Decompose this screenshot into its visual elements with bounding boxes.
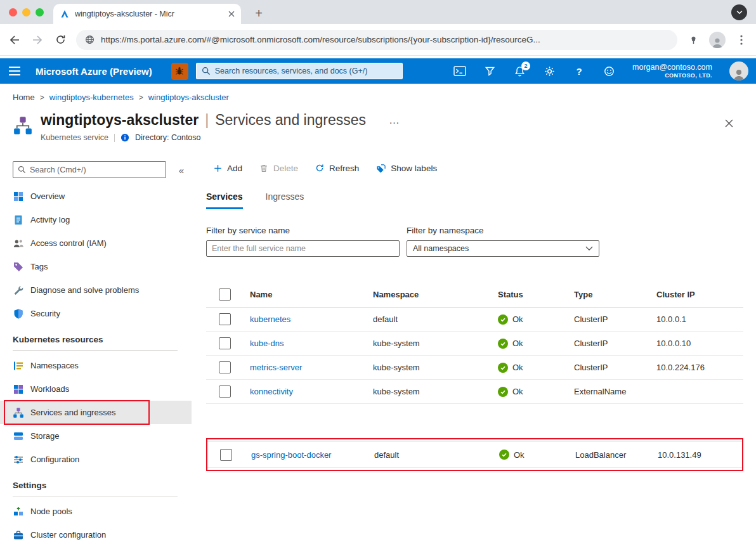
- service-link[interactable]: kube-dns: [250, 339, 373, 348]
- forward-icon[interactable]: [30, 33, 44, 47]
- cell-namespace: default: [373, 314, 498, 324]
- global-search-input[interactable]: [215, 67, 397, 75]
- pivot-tabs: Services Ingresses: [206, 191, 743, 209]
- address-bar[interactable]: https://ms.portal.azure.com/#@microsoft.…: [76, 30, 677, 50]
- column-header-type[interactable]: Type: [574, 290, 656, 299]
- sidebar-item-workloads[interactable]: Workloads: [0, 377, 192, 401]
- cell-namespace: default: [374, 450, 499, 460]
- sidebar-search-box[interactable]: [13, 161, 166, 178]
- window-minimize-button[interactable]: [22, 8, 30, 16]
- cell-cluster-ip: 10.0.224.176: [656, 363, 743, 372]
- cloud-shell-icon[interactable]: [453, 65, 466, 77]
- command-bar: Add Delete Refresh Show labels: [206, 155, 743, 176]
- global-search-box[interactable]: [196, 63, 403, 79]
- close-blade-icon[interactable]: [722, 117, 736, 130]
- more-commands-button[interactable]: …: [389, 114, 401, 127]
- service-name-filter-input[interactable]: [206, 240, 400, 257]
- cell-status: Ok: [512, 363, 523, 372]
- sidebar-item-storage[interactable]: Storage: [0, 424, 192, 448]
- status-ok-icon: [498, 339, 508, 349]
- column-header-name[interactable]: Name: [250, 290, 373, 299]
- notifications-bell-icon[interactable]: 2: [513, 65, 526, 77]
- delete-button[interactable]: Delete: [259, 164, 298, 173]
- sidebar-item-cluster-configuration[interactable]: Cluster configuration: [0, 523, 192, 544]
- browser-profile-avatar[interactable]: [709, 32, 726, 48]
- row-checkbox[interactable]: [219, 337, 231, 349]
- directory-label: Directory: Contoso: [135, 133, 201, 142]
- cell-cluster-ip: 10.0.131.49: [658, 450, 742, 460]
- tab-search-chevron-icon[interactable]: [731, 4, 747, 20]
- breadcrumb-akscluster[interactable]: wingtiptoys-akscluster: [148, 93, 229, 102]
- back-icon[interactable]: [8, 33, 22, 47]
- blade-content: Add Delete Refresh Show labels Services …: [206, 155, 743, 544]
- sidebar-section-settings: Settings: [13, 471, 178, 496]
- row-checkbox[interactable]: [219, 361, 231, 373]
- browser-menu-kebab-icon[interactable]: [734, 33, 748, 47]
- feedback-smiley-icon[interactable]: [603, 65, 615, 77]
- show-labels-button[interactable]: Show labels: [376, 164, 437, 173]
- sidebar-item-label: Overview: [30, 191, 65, 201]
- settings-gear-icon[interactable]: [543, 65, 556, 77]
- cell-cluster-ip: 10.0.0.10: [656, 339, 743, 348]
- services-table: Name Namespace Status Type Cluster IP ku…: [206, 282, 743, 471]
- sidebar-item-diagnose[interactable]: Diagnose and solve problems: [0, 278, 192, 302]
- hamburger-menu-icon[interactable]: [9, 67, 20, 75]
- sidebar-item-overview[interactable]: Overview: [0, 185, 192, 208]
- chevron-down-icon: [585, 246, 593, 251]
- service-link[interactable]: konnectivity: [250, 387, 373, 396]
- breadcrumb-separator: >: [40, 93, 44, 102]
- add-button[interactable]: Add: [214, 164, 242, 173]
- sidebar-item-access-control[interactable]: Access control (IAM): [0, 231, 192, 255]
- select-all-checkbox[interactable]: [219, 288, 231, 301]
- namespace-dropdown[interactable]: All namespaces: [407, 240, 599, 257]
- tab-ingresses[interactable]: Ingresses: [266, 191, 304, 209]
- pin-icon[interactable]: [686, 33, 700, 47]
- column-header-namespace[interactable]: Namespace: [373, 290, 498, 299]
- sidebar-section-kubernetes-resources: Kubernetes resources: [13, 325, 178, 351]
- filter-namespace-label: Filter by namespace: [407, 226, 599, 235]
- azure-portal-title[interactable]: Microsoft Azure (Preview): [36, 66, 152, 77]
- window-zoom-button[interactable]: [36, 8, 44, 16]
- sidebar-item-tags[interactable]: Tags: [0, 255, 192, 278]
- namespace-dropdown-value: All namespaces: [413, 244, 469, 253]
- breadcrumb-separator: >: [139, 93, 143, 102]
- breadcrumb-kubernetes[interactable]: wingtiptoys-kubernetes: [49, 93, 134, 102]
- directory-filter-icon[interactable]: [483, 65, 496, 77]
- column-header-cluster-ip[interactable]: Cluster IP: [656, 290, 743, 299]
- column-header-status[interactable]: Status: [498, 290, 574, 299]
- node-pools-icon: [13, 506, 24, 517]
- help-icon[interactable]: ?: [573, 65, 585, 77]
- tab-services[interactable]: Services: [206, 191, 243, 209]
- sidebar-search-input[interactable]: [30, 165, 161, 174]
- service-link[interactable]: gs-spring-boot-docker: [251, 450, 374, 460]
- user-avatar[interactable]: [729, 62, 748, 81]
- sidebar-item-activity-log[interactable]: Activity log: [0, 208, 192, 231]
- tab-close-icon[interactable]: [228, 11, 235, 17]
- table-row: kube-dns kube-system Ok ClusterIP 10.0.0…: [206, 332, 743, 356]
- row-checkbox[interactable]: [219, 313, 231, 325]
- new-tab-button[interactable]: +: [250, 4, 268, 22]
- window-close-button[interactable]: [9, 8, 17, 16]
- sidebar-collapse-icon[interactable]: «: [179, 165, 184, 176]
- browser-tab[interactable]: wingtiptoys-akscluster - Micr: [53, 4, 241, 24]
- reload-icon[interactable]: [53, 33, 67, 47]
- sidebar-item-node-pools[interactable]: Node pools: [0, 500, 192, 523]
- sidebar-item-security[interactable]: Security: [0, 302, 192, 325]
- sidebar-item-services-and-ingresses[interactable]: Services and ingresses: [0, 401, 192, 424]
- sidebar-item-label: Access control (IAM): [30, 238, 107, 248]
- refresh-button[interactable]: Refresh: [315, 164, 359, 173]
- service-link[interactable]: kubernetes: [250, 314, 373, 324]
- account-menu[interactable]: morgan@contoso.com CONTOSO, LTD.: [632, 63, 712, 80]
- status-ok-icon: [498, 387, 508, 397]
- info-icon: [121, 133, 129, 142]
- sidebar-item-namespaces[interactable]: Namespaces: [0, 354, 192, 377]
- table-row-highlighted: gs-spring-boot-docker default Ok LoadBal…: [207, 441, 742, 468]
- row-checkbox[interactable]: [219, 385, 231, 398]
- breadcrumb-home[interactable]: Home: [13, 93, 35, 102]
- site-security-globe-icon[interactable]: [85, 35, 94, 44]
- service-link[interactable]: metrics-server: [250, 363, 373, 372]
- debug-bug-icon[interactable]: [171, 63, 188, 80]
- notification-badge: 2: [521, 62, 530, 70]
- row-checkbox[interactable]: [220, 449, 232, 461]
- sidebar-item-configuration[interactable]: Configuration: [0, 448, 192, 471]
